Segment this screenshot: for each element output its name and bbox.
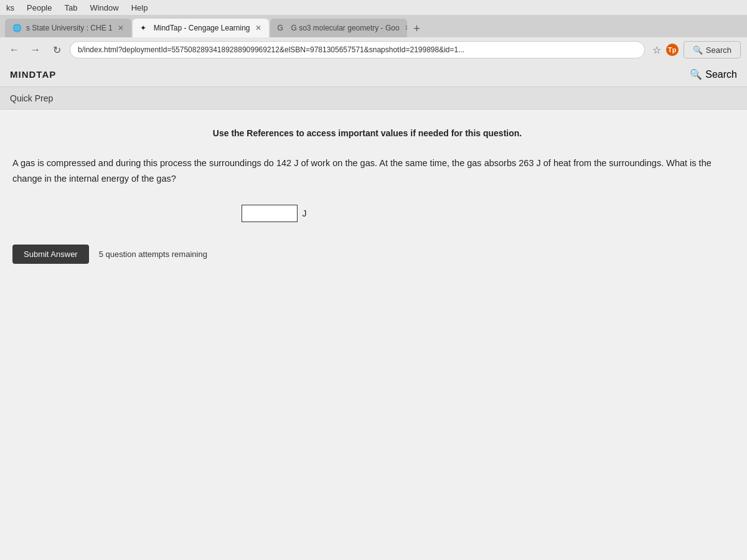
- reference-text: Use the References to access important v…: [12, 128, 722, 138]
- tab1-close[interactable]: ✕: [118, 24, 124, 32]
- tab3-icon: G: [278, 24, 286, 32]
- tab2-icon: ✦: [140, 24, 149, 32]
- tab1-label: s State University : CHE 1: [26, 24, 113, 32]
- search-button-label: Search: [706, 45, 731, 55]
- menu-window[interactable]: Window: [90, 3, 118, 12]
- answer-input[interactable]: [242, 205, 298, 222]
- back-button[interactable]: ←: [6, 42, 22, 58]
- refresh-button[interactable]: ↻: [49, 42, 65, 58]
- attempts-text: 5 question attempts remaining: [99, 250, 207, 259]
- submit-button[interactable]: Submit Answer: [12, 245, 89, 264]
- unit-label: J: [303, 208, 307, 218]
- tab2-close[interactable]: ✕: [255, 24, 261, 32]
- new-tab-button[interactable]: +: [408, 20, 426, 37]
- question-area: Use the References to access important v…: [0, 110, 735, 282]
- url-bar[interactable]: b/index.html?deploymentId=55750828934189…: [70, 41, 645, 58]
- menu-bar: ks People Tab Window Help: [0, 0, 747, 15]
- menu-ks[interactable]: ks: [6, 3, 14, 12]
- menu-help[interactable]: Help: [131, 3, 148, 12]
- profile-icon[interactable]: Tp: [666, 44, 679, 56]
- quick-prep-bar: Quick Prep: [0, 87, 747, 110]
- mindtap-search-area: 🔍 Search: [690, 68, 737, 80]
- tab-google[interactable]: G G so3 molecular geometry - Goo ✕: [270, 19, 407, 37]
- tab-state-university[interactable]: 🌐 s State University : CHE 1 ✕: [5, 19, 131, 37]
- tab1-icon: 🌐: [12, 24, 21, 32]
- mindtap-search-label: Search: [705, 69, 737, 80]
- tab3-label: G so3 molecular geometry - Goo: [291, 24, 400, 32]
- mindtap-title: MINDTAP: [10, 69, 56, 80]
- answer-row: J: [0, 205, 722, 222]
- tab3-close[interactable]: ✕: [405, 24, 407, 32]
- tab-bar: 🌐 s State University : CHE 1 ✕ ✦ MindTap…: [0, 15, 747, 37]
- address-bar: ← → ↻ b/index.html?deploymentId=55750828…: [0, 37, 747, 62]
- page-content: MINDTAP 🔍 Search Quick Prep Use the Refe…: [0, 62, 747, 560]
- bookmark-icon[interactable]: ☆: [652, 44, 661, 56]
- forward-button[interactable]: →: [27, 42, 44, 58]
- search-icon: 🔍: [693, 45, 703, 55]
- submit-row: Submit Answer 5 question attempts remain…: [12, 245, 722, 264]
- tab2-label: MindTap - Cengage Learning: [154, 24, 250, 32]
- mindtap-header: MINDTAP 🔍 Search: [0, 62, 747, 87]
- quick-prep-label: Quick Prep: [10, 93, 53, 103]
- tab-mindtap[interactable]: ✦ MindTap - Cengage Learning ✕: [133, 19, 269, 37]
- question-body: A gas is compressed and during this proc…: [12, 156, 722, 186]
- browser-action-icons: Tp: [666, 44, 679, 56]
- menu-people[interactable]: People: [27, 3, 52, 12]
- menu-tab[interactable]: Tab: [64, 3, 77, 12]
- mindtap-search-icon: 🔍: [690, 68, 702, 80]
- search-button[interactable]: 🔍 Search: [684, 41, 741, 58]
- url-text: b/index.html?deploymentId=55750828934189…: [78, 45, 464, 54]
- submit-label: Submit Answer: [24, 250, 78, 259]
